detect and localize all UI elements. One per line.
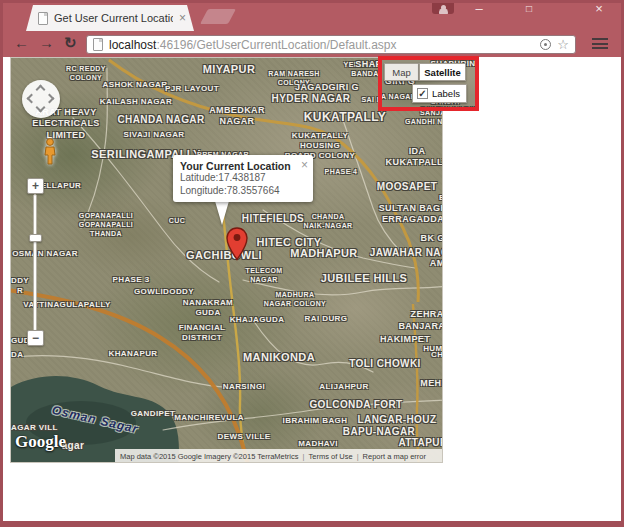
pan-down-icon[interactable]	[36, 103, 46, 113]
map-place-label: PJR LAYOUT	[165, 84, 219, 94]
info-window: Your Current Location Latitude:17.438187…	[173, 155, 313, 202]
map-place-label: ELLAPUR	[41, 181, 82, 191]
map-place-label: HYDER NAGAR	[272, 93, 351, 106]
pegman-icon[interactable]	[42, 138, 58, 165]
geolocation-icon[interactable]	[540, 39, 551, 50]
map-place-label: ASHOK NAGAR	[103, 80, 168, 90]
map-place-label: NARSINGI	[223, 382, 265, 392]
map-place-label: KHANAPUR	[109, 349, 158, 359]
map-place-label: CHANDA NAIK-NAGAR	[303, 213, 352, 231]
map-place-label: AMEER	[430, 258, 443, 269]
map-place-label: MADHAVI	[298, 439, 338, 449]
map-place-label: SANJAY GANDHI NAGAR	[405, 109, 443, 127]
pan-up-icon[interactable]	[36, 85, 46, 95]
map-place-label: BANJARA HIL	[398, 321, 443, 332]
attribution-text: Map data ©2015 Google Imagery ©2015 Terr…	[120, 452, 299, 461]
window-minimize-button[interactable]: –	[468, 2, 490, 16]
map-place-label: DEWS VILLE	[218, 432, 271, 442]
satellite-type-button[interactable]: Satellite	[419, 63, 466, 81]
map-place-label: KAILASH NAGAR	[100, 97, 172, 107]
zoom-slider-track[interactable]	[33, 194, 37, 334]
map-place-label: HITEFIELDS	[242, 213, 304, 226]
map-place-label: ZEHRA NAG	[411, 309, 443, 320]
page-favicon-icon	[38, 12, 48, 25]
map-place-label: SIVAJI NAGAR	[123, 130, 184, 140]
maptype-control-area: SHAPURINGIRI GSA NAGARSANJAYGANDHI NAGAR…	[378, 56, 479, 111]
map-place-label: TOLI CHOWKI	[349, 358, 420, 371]
map-place-label: GOLCONDA FORT	[309, 399, 402, 412]
map-place-label: PHASE 3	[112, 275, 149, 285]
map-place-label: SULTAN BAGH ERRAGADDA	[379, 203, 443, 226]
map-place-label: DDY R	[11, 276, 29, 296]
info-window-close-icon[interactable]: ×	[301, 158, 308, 172]
map-place-label: RAI DURG	[305, 314, 348, 324]
info-window-tail	[215, 201, 229, 225]
pan-right-icon[interactable]	[45, 94, 55, 104]
attribution-separator: |	[303, 452, 305, 461]
map-place-label: MADHURA NAGAR COLONY	[264, 291, 326, 309]
tab-title: Get User Current Location	[54, 12, 173, 24]
menu-icon[interactable]	[592, 38, 608, 50]
url-path: :46196/GetUserCurrentLocation/Default.as…	[156, 38, 396, 52]
map-place-label: PHASE 4	[325, 168, 358, 177]
map-place-label: BALA	[439, 193, 443, 203]
longitude-value: Longitude:78.3557664	[180, 185, 306, 198]
zoom-in-button[interactable]: +	[27, 178, 44, 194]
map-place-label: JUBILEE HILLS	[321, 272, 408, 286]
map-place-label: IDA KUKATPALLY	[386, 146, 443, 169]
terms-of-use-link[interactable]: Terms of Use	[308, 452, 352, 461]
map-place-label: LANGAR-HOUZ	[358, 414, 437, 427]
location-marker-icon[interactable]	[226, 227, 248, 261]
labels-toggle[interactable]: ✓ Labels	[412, 84, 467, 103]
tab-close-icon[interactable]: ×	[179, 11, 186, 25]
map-place-label: BK GUDA	[421, 233, 443, 244]
zoom-slider-handle[interactable]	[29, 234, 42, 242]
map-place-label: SA NAGAR	[378, 93, 416, 102]
map-place-label: GANDIPET	[131, 409, 176, 419]
map-place-label: AMBEDKAR NAGAR	[209, 105, 265, 128]
map-place-label: MOOSAPET	[377, 181, 437, 194]
map-place-label: KUKATPALLY	[304, 110, 386, 125]
profile-icon[interactable]	[432, 1, 454, 14]
latitude-value: Latitude:17.438187	[180, 172, 306, 185]
map-place-label: CUC	[169, 217, 185, 226]
new-tab-button[interactable]	[200, 9, 236, 24]
map-place-label: GOWLIDODDY	[134, 287, 194, 297]
avatar	[441, 5, 446, 10]
map-place-label: FINANCIAL DISTRICT	[179, 323, 226, 343]
map-place-label: MEHDIP	[420, 378, 443, 389]
checkbox-checked-icon[interactable]: ✓	[417, 88, 428, 99]
map-place-label: MIYAPUR	[203, 63, 256, 77]
map-place-label: MADHAPUR	[290, 247, 357, 261]
pan-left-icon[interactable]	[27, 94, 37, 104]
map-place-label: IBRAHIM BAGH	[283, 416, 348, 426]
map-place-label: RC REDDY COLONY	[66, 65, 106, 83]
zoom-out-button[interactable]: −	[27, 330, 44, 346]
map-place-label: JAWAHAR NAGAR	[370, 247, 443, 260]
info-window-title: Your Current Location	[180, 160, 306, 172]
map-place-label: DA	[11, 350, 23, 360]
map-place-label: ALIJAHPUR	[319, 382, 368, 392]
window-close-button[interactable]: ×	[588, 2, 610, 16]
map-place-label: OSMAN NAGAR	[12, 249, 78, 259]
map-place-label: CHINTA	[431, 350, 443, 360]
reload-icon[interactable]: ↻	[64, 33, 77, 53]
map-place-label: CHANDA NAGAR	[117, 114, 204, 127]
bookmark-star-icon[interactable]: ☆	[557, 37, 569, 52]
report-map-error-link[interactable]: Report a map error	[363, 452, 426, 461]
browser-tab[interactable]: Get User Current Location ×	[26, 5, 194, 31]
forward-icon[interactable]: →	[39, 33, 54, 53]
address-bar[interactable]: localhost:46196/GetUserCurrentLocation/D…	[86, 35, 576, 54]
window-maximize-button[interactable]: □	[518, 2, 540, 16]
map-place-label: KHAJAGUDA	[230, 315, 285, 325]
map-type-button[interactable]: Map	[384, 63, 419, 81]
pan-control[interactable]	[22, 80, 60, 118]
map-attribution: Map data ©2015 Google Imagery ©2015 Terr…	[115, 449, 443, 463]
page-icon	[93, 38, 103, 51]
map-place-label: ATTAPUR	[398, 437, 443, 450]
attribution-separator: |	[357, 452, 359, 461]
map-place-label: GOPANAPALLI GOPANAPALLI THANDA	[79, 212, 133, 238]
labels-toggle-label: Labels	[432, 88, 460, 99]
back-icon[interactable]: ←	[14, 33, 29, 53]
google-logo[interactable]: Google	[15, 432, 66, 452]
